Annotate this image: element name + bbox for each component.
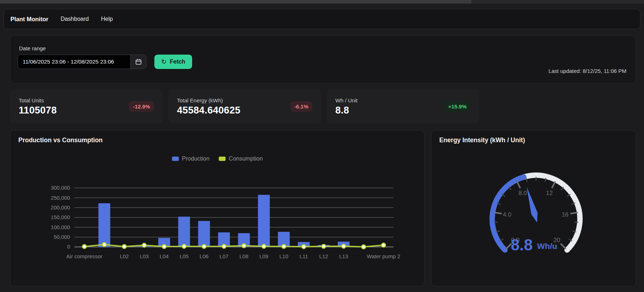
- svg-text:12: 12: [546, 190, 553, 196]
- consumption-swatch: [219, 157, 226, 161]
- kpi-card-total-units: Total Units 1105078 -12.9%: [10, 89, 163, 124]
- kpi-value: 8.8: [335, 105, 358, 116]
- nav-item-help[interactable]: Help: [101, 16, 113, 22]
- production-bar: [258, 195, 270, 247]
- svg-text:L08: L08: [240, 253, 249, 259]
- nav-item-dashboard[interactable]: Dashboard: [60, 16, 89, 22]
- svg-text:250,000: 250,000: [51, 195, 70, 201]
- chart-legend: Production Consumption: [10, 156, 424, 162]
- window-top-strip: [0, 0, 644, 4]
- navbar: Plant Monitor Dashboard Help: [4, 9, 640, 29]
- consumption-marker: [222, 244, 226, 248]
- bar-chart-title: Production vs Consumption: [18, 136, 103, 144]
- consumption-marker: [142, 243, 146, 247]
- production-bar: [198, 221, 210, 247]
- refresh-icon: ↻: [161, 59, 167, 65]
- kpi-delta-badge: +15.9%: [444, 101, 471, 112]
- date-range-label: Date range: [19, 45, 46, 51]
- x-axis-labels: Air compressorL02L03L04L05L06L07L08L09L1…: [66, 253, 400, 259]
- gauge-title: Energy Intensity (kWh / Unit): [439, 136, 525, 144]
- consumption-marker: [182, 244, 186, 248]
- kpi-label: Total Energy (kWh): [177, 97, 240, 103]
- kpi-label: Wh / Unit: [335, 97, 358, 103]
- consumption-marker: [362, 245, 366, 249]
- fetch-button[interactable]: ↻ Fetch: [154, 55, 192, 69]
- svg-text:L06: L06: [200, 253, 209, 259]
- consumption-marker: [103, 242, 106, 246]
- svg-text:L12: L12: [319, 253, 328, 259]
- svg-text:L09: L09: [259, 253, 268, 259]
- svg-text:L05: L05: [180, 253, 189, 259]
- energy-intensity-gauge: 0.04.08.01216208.8Wh/u: [431, 130, 636, 286]
- svg-text:200,000: 200,000: [51, 204, 70, 210]
- energy-intensity-card: Energy Intensity (kWh / Unit) 0.04.08.01…: [431, 130, 636, 286]
- date-range-input[interactable]: [18, 55, 130, 69]
- consumption-marker: [122, 245, 126, 249]
- svg-text:L04: L04: [160, 253, 169, 259]
- consumption-marker: [242, 244, 246, 248]
- production-consumption-card: Production vs Consumption Production Con…: [10, 130, 425, 286]
- legend-label: Consumption: [229, 156, 263, 162]
- svg-text:0: 0: [67, 244, 70, 250]
- kpi-value: 45584.640625: [177, 105, 240, 116]
- svg-text:L07: L07: [219, 253, 228, 259]
- filter-panel: Date range ↻ Fetch Last updated: 8/12/25…: [10, 35, 636, 84]
- svg-text:4.0: 4.0: [503, 211, 512, 218]
- consumption-marker: [322, 244, 326, 248]
- consumption-marker: [202, 245, 206, 249]
- consumption-marker: [262, 244, 266, 248]
- kpi-label: Total Units: [19, 97, 57, 103]
- kpi-value: 1105078: [19, 105, 57, 116]
- legend-item-consumption[interactable]: Consumption: [219, 156, 263, 162]
- kpi-row: Total Units 1105078 -12.9% Total Energy …: [10, 89, 634, 124]
- svg-text:Water pump 2: Water pump 2: [367, 253, 400, 259]
- production-swatch: [172, 157, 179, 161]
- svg-text:L03: L03: [140, 253, 149, 259]
- bars-group: [78, 195, 349, 247]
- production-consumption-chart: 050,000100,000150,000200,000250,000300,0…: [10, 130, 424, 286]
- legend-label: Production: [182, 156, 210, 162]
- production-bar: [178, 217, 190, 247]
- consumption-marker: [342, 244, 346, 248]
- svg-text:L11: L11: [299, 253, 308, 259]
- gauge-value: 8.8: [511, 236, 533, 254]
- calendar-button[interactable]: [130, 55, 146, 69]
- svg-text:L02: L02: [120, 253, 129, 259]
- charts-row: Production vs Consumption Production Con…: [10, 130, 636, 286]
- svg-text:150,000: 150,000: [51, 214, 70, 220]
- consumption-marker: [82, 245, 86, 249]
- kpi-card-wh-per-unit: Wh / Unit 8.8 +15.9%: [327, 89, 479, 124]
- svg-text:8.0: 8.0: [518, 190, 527, 196]
- kpi-delta-badge: -12.9%: [129, 101, 154, 112]
- app-title: Plant Monitor: [10, 16, 48, 23]
- last-updated-text: Last updated: 8/12/25, 11:06 PM: [548, 68, 626, 74]
- kpi-delta-badge: -6.1%: [290, 101, 312, 112]
- consumption-marker: [282, 245, 286, 249]
- consumption-marker: [382, 243, 386, 247]
- consumption-marker: [302, 245, 306, 249]
- fetch-button-label: Fetch: [170, 59, 185, 65]
- svg-text:300,000: 300,000: [51, 185, 70, 191]
- svg-text:50,000: 50,000: [54, 234, 70, 240]
- legend-item-production[interactable]: Production: [172, 156, 210, 162]
- svg-text:100,000: 100,000: [51, 224, 70, 230]
- svg-text:L13: L13: [339, 253, 348, 259]
- date-range-input-group: [18, 55, 146, 69]
- svg-text:Air compressor: Air compressor: [66, 253, 102, 259]
- production-bar: [99, 203, 110, 247]
- consumption-marker: [162, 245, 166, 249]
- gauge-unit: Wh/u: [537, 241, 557, 251]
- kpi-card-total-energy: Total Energy (kWh) 45584.640625 -6.1%: [168, 89, 321, 124]
- svg-text:16: 16: [562, 211, 568, 218]
- svg-text:L10: L10: [279, 253, 288, 259]
- calendar-icon: [135, 59, 142, 65]
